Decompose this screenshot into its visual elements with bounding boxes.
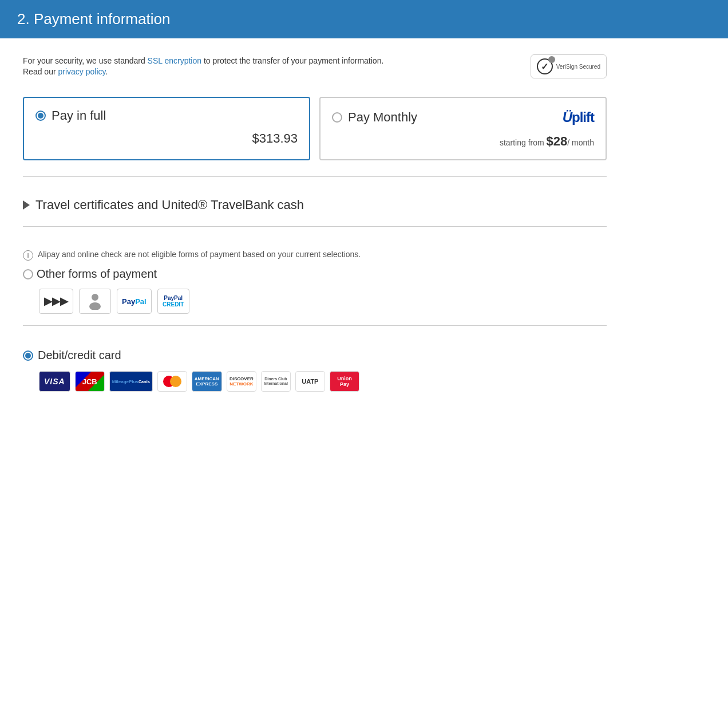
united-card-icon: MileagePlus Cards — [109, 371, 153, 392]
pay-monthly-radio[interactable] — [332, 112, 342, 123]
verisign-label: VeriSign Secured — [556, 63, 600, 70]
divider-3 — [23, 325, 607, 326]
verisign-badge: ✓ VeriSign Secured — [531, 54, 607, 78]
privacy-link[interactable]: privacy policy — [58, 67, 105, 76]
pay-in-full-label: Pay in full — [52, 108, 106, 123]
pay-monthly-label: Pay Monthly — [348, 110, 417, 125]
paypal-payment-icon[interactable]: PayPal — [117, 289, 152, 314]
paypal-icon: PayPal — [122, 297, 147, 306]
other-forms-radio[interactable] — [23, 269, 33, 279]
other-payment-icons: ▶▶▶ PayPal PayPal CREDIT — [39, 289, 607, 314]
mastercard-card-icon — [157, 371, 187, 392]
info-section: i Alipay and online check are not eligib… — [23, 238, 607, 321]
person-payment-icon[interactable] — [79, 289, 111, 314]
unionpay-card-icon: UnionPay — [330, 371, 359, 392]
visa-card-icon: VISA — [39, 371, 70, 392]
travel-certs-section: Travel certificates and United® TravelBa… — [23, 188, 607, 222]
triangle-icon — [23, 200, 30, 210]
card-icons-row: VISA JCB MileagePlus Cards AMERICANEXPRE… — [39, 371, 607, 392]
uplift-logo: Üplift — [563, 108, 594, 126]
security-text: For your security, we use standard SSL e… — [23, 54, 383, 67]
discover-card-icon: DISCOVERNETWORK — [227, 371, 256, 392]
jcb-card-icon: JCB — [75, 371, 105, 392]
svg-point-0 — [92, 294, 98, 301]
pay-monthly-option[interactable]: Pay Monthly Üplift starting from $28/ mo… — [319, 97, 607, 160]
travel-certs-label: Travel certificates and United® TravelBa… — [35, 198, 304, 212]
page-title: 2. Payment information — [17, 10, 170, 27]
divider-2 — [23, 226, 607, 227]
uatp-card-icon: UATP — [295, 371, 325, 392]
arrows-icon: ▶▶▶ — [44, 295, 68, 308]
header: 2. Payment information — [0, 0, 728, 38]
debit-section: Debit/credit card VISA JCB MileagePlus C… — [23, 337, 607, 399]
debit-credit-label: Debit/credit card — [38, 349, 121, 362]
diners-card-icon: Diners ClubInternational — [261, 371, 291, 392]
pay-in-full-price: $313.93 — [35, 131, 298, 146]
debit-credit-radio[interactable] — [23, 350, 33, 361]
divider-1 — [23, 176, 607, 177]
debit-header: Debit/credit card — [23, 349, 607, 362]
paypal-credit-payment-icon[interactable]: PayPal CREDIT — [157, 289, 189, 314]
travel-certs-toggle[interactable]: Travel certificates and United® TravelBa… — [23, 198, 607, 212]
other-forms-header: Other forms of payment — [23, 267, 607, 281]
verisign-check-icon: ✓ — [537, 58, 553, 74]
svg-point-1 — [89, 302, 101, 310]
pay-monthly-detail: starting from $28/ month — [332, 134, 594, 149]
amex-card-icon: AMERICANEXPRESS — [192, 371, 222, 392]
other-forms-label: Other forms of payment — [37, 267, 157, 281]
pay-in-full-option[interactable]: Pay in full $313.93 — [23, 97, 310, 160]
person-icon — [88, 293, 102, 310]
payment-options: Pay in full $313.93 Pay Monthly Üplift s… — [23, 97, 607, 160]
ssl-link[interactable]: SSL encryption — [148, 56, 201, 65]
info-icon: i — [23, 250, 33, 261]
paypal-credit-icon: PayPal CREDIT — [163, 295, 184, 308]
pay-in-full-radio[interactable] — [35, 111, 46, 121]
privacy-row: Read our privacy policy. — [23, 67, 383, 76]
info-notice: i Alipay and online check are not eligib… — [23, 250, 607, 261]
arrows-payment-icon[interactable]: ▶▶▶ — [39, 289, 73, 314]
